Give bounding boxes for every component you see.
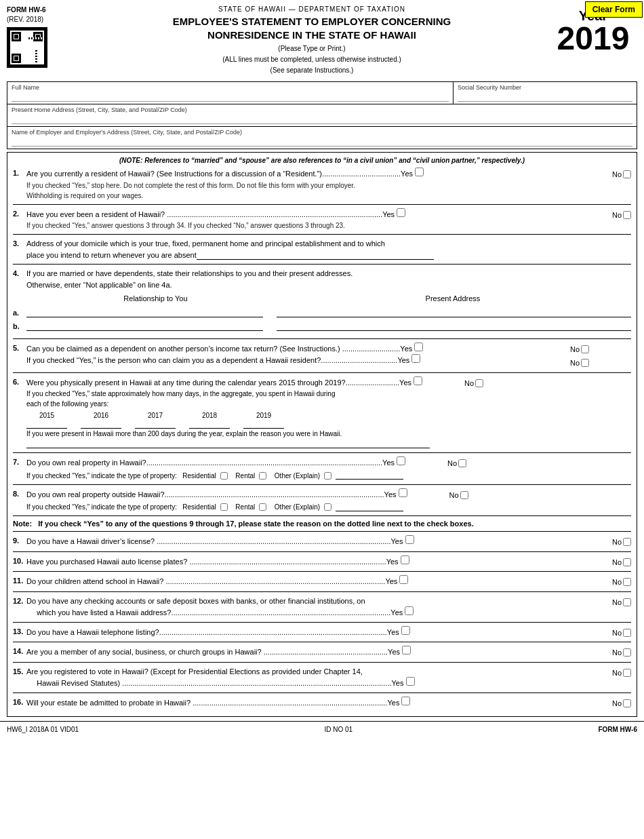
q8-explain-input[interactable] [336,503,403,511]
year-value: 2019 [557,20,630,56]
q7-no-checkbox[interactable] [458,459,466,467]
q13-text: Do you have a Hawaii telephone listing?.… [26,626,570,638]
q7-sub: If you checked “Yes,” indicate the type … [26,469,403,481]
q14-no-checkbox[interactable] [623,648,631,657]
q6-yes-checkbox[interactable] [414,376,422,385]
q12-num: 12. [13,596,26,607]
q15-no-checkbox[interactable] [623,669,631,677]
question-10: 10. Have you purchased Hawaii auto licen… [13,555,631,568]
q1-yes-checkbox[interactable] [415,168,424,176]
q6-explain-input[interactable] [26,440,430,448]
employer-row: Name of Employer and Employer's Address … [7,127,637,149]
q13-no-checkbox[interactable] [623,629,631,637]
full-name-input[interactable] [12,91,449,102]
q11-num: 11. [13,575,26,587]
q8-no-checkbox[interactable] [460,491,468,499]
year-2016-input[interactable] [81,421,121,429]
question-4: 4. If you are married or have dependents… [13,268,631,335]
q4-row-b: b. [13,321,631,332]
q7-rental-checkbox[interactable] [259,472,266,480]
q7-residential-checkbox[interactable] [220,472,228,480]
q10-yes-checkbox[interactable] [401,555,409,564]
q3-input[interactable] [197,251,434,260]
q13-yes-checkbox[interactable] [401,626,410,635]
q5-no-group: No No [570,343,631,369]
year-2015-label: 2015 [39,410,54,421]
address-label: Present Home Address (Street, City, Stat… [12,106,632,113]
year-2017-input[interactable] [135,421,176,429]
q11-no-checkbox[interactable] [623,578,631,586]
question-2: 2. Have you ever been a resident of Hawa… [13,208,631,231]
q16-no-checkbox[interactable] [623,699,631,707]
q6-no-checkbox[interactable] [475,379,483,387]
address-row: Present Home Address (Street, City, Stat… [7,104,637,127]
q8-rental-checkbox[interactable] [259,503,266,511]
q8-prop-row: If you checked “Yes,” indicate the type … [26,502,403,512]
q4-row-a: a. [13,307,631,319]
question-16: 16. Will your estate be admitted to prob… [13,697,631,709]
employer-input[interactable] [12,136,632,147]
q16-no-item: No [612,698,631,709]
question-12: 12. Do you have any checking accounts or… [13,596,631,619]
footer-right: FORM HW-6 [598,726,637,733]
q12-yes-checkbox[interactable] [405,606,414,615]
q8-other-checkbox[interactable] [324,503,331,511]
q8-yes-checkbox[interactable] [399,488,407,497]
q7-yes-checkbox[interactable] [397,456,405,465]
dept-line: STATE OF HAWAII — DEPARTMENT OF TAXATION [81,5,542,13]
q5b-no-checkbox[interactable] [581,359,589,367]
q13-no-group: No [570,626,631,639]
q1-no-group: No [570,168,631,180]
clear-form-button[interactable]: Clear Form [585,1,643,18]
q8-num: 8. [13,488,26,501]
q10-no-checkbox[interactable] [623,558,631,566]
q4-a-label: a. [13,307,26,319]
q4-b-rel-input[interactable] [26,321,263,331]
q16-yes-checkbox[interactable] [401,697,410,705]
q8-no-item: No [449,490,468,501]
q2-no-checkbox[interactable] [623,211,631,219]
q5b-yes-checkbox[interactable] [411,354,420,363]
q7-explain-input[interactable] [336,471,403,480]
q3-num: 3. [13,238,26,250]
q8-main-row: 8. Do you own real property outside Hawa… [13,488,468,501]
header: FORM HW-6 (REV. 2018) STATE OF HAWAII — … [0,0,644,76]
q8-sub: If you checked “Yes,” indicate the type … [26,501,403,512]
q9-yes-checkbox[interactable] [405,535,414,544]
year-2015-input[interactable] [26,421,67,429]
year-2018-input[interactable] [189,421,230,429]
q12-no-checkbox[interactable] [623,598,631,606]
q9-no-group: No [570,535,631,548]
question-9: 9. Do you have a Hawaii driver’s license… [13,535,631,548]
form-footer: HW6_I 2018A 01 VID01 ID NO 01 FORM HW-6 [0,721,644,737]
q8-residential-checkbox[interactable] [220,503,228,511]
address-input[interactable] [12,113,632,124]
q4-a-rel-input[interactable] [26,308,263,317]
q15-yes-checkbox[interactable] [406,677,415,686]
civil-union-note: (NOTE: References to “married” and “spou… [13,157,631,164]
q8-no-group: No [407,488,468,501]
q10-num: 10. [13,555,26,567]
q9-no-checkbox[interactable] [623,538,631,546]
ssn-cell: Social Security Number [454,82,637,104]
q6-text: Were you physically present in Hawaii at… [26,376,422,389]
q2-text: Have you ever been a resident of Hawaii?… [26,208,570,231]
q8-text: Do you own real property outside Hawaii?… [26,488,407,501]
q11-yes-checkbox[interactable] [399,575,408,584]
q5a-no-checkbox[interactable] [581,345,589,353]
year-2018-label: 2018 [202,410,217,421]
q4-b-addr-input[interactable] [277,321,631,331]
q13-num: 13. [13,626,26,638]
q4-a-addr-input[interactable] [277,308,631,317]
q4-address-header: Present Address [275,293,631,305]
q4-table-headers: Relationship to You Present Address [13,293,631,305]
q1-no-checkbox[interactable] [623,170,631,178]
q14-yes-checkbox[interactable] [402,646,411,655]
q7-other-checkbox[interactable] [324,472,331,480]
q14-no-group: No [570,646,631,659]
q2-yes-checkbox[interactable] [397,208,405,217]
q5a-yes-checkbox[interactable] [414,343,423,351]
q7-text: Do you own real property in Hawaii?.....… [26,456,405,469]
ssn-input[interactable] [458,91,632,102]
year-2019-input[interactable] [243,421,284,429]
